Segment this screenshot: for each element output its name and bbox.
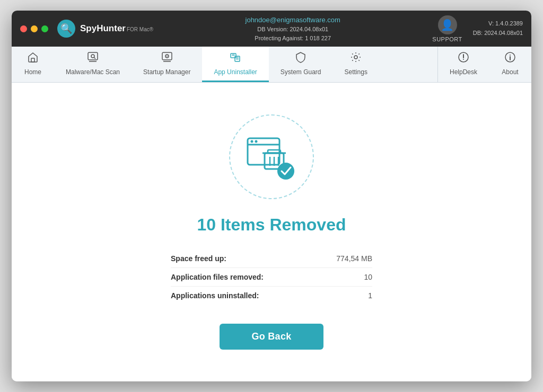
uninstall-success-icon [242,128,301,186]
about-icon [504,51,516,66]
nav-item-malware-scan[interactable]: Malware/Mac Scan [54,47,132,82]
nav-spacer [379,47,437,82]
close-button[interactable] [20,25,27,32]
system-guard-icon [295,51,306,66]
support-icon: 👤 [438,15,457,34]
nav-item-startup-manager[interactable]: Startup Manager [132,47,202,82]
nav-system-guard-label: System Guard [281,68,321,76]
main-content: 10 Items Removed Space freed up: 774,54 … [12,83,531,381]
svg-point-4 [91,55,94,58]
main-window: 🔍 SpyHunter FOR Mac® johndoe@enigmasoftw… [12,11,531,381]
window-controls [20,25,48,32]
helpdesk-icon [458,51,469,66]
space-freed-label: Space freed up: [171,254,226,263]
stats-row-apps: Applications uninstalled: 1 [171,287,372,305]
user-email: johndoe@enigmasoftware.com [246,15,340,25]
settings-icon [350,51,362,66]
titlebar-center: johndoe@enigmasoftware.com DB Version: 2… [153,15,432,43]
svg-rect-3 [88,52,98,60]
result-title: 10 Items Removed [197,215,346,235]
files-removed-label: Application files removed: [171,273,264,281]
svg-rect-2 [31,58,34,62]
navbar: Home Malware/Mac Scan Startup Manager [12,47,531,83]
nav-settings-label: Settings [345,68,367,76]
brand-logo-area: 🔍 SpyHunter FOR Mac® [57,19,153,38]
brand-sub: FOR Mac® [127,26,153,32]
svg-rect-30 [268,150,281,153]
svg-point-20 [463,59,464,60]
svg-point-26 [251,140,253,143]
home-icon [27,51,39,66]
svg-point-34 [277,163,294,180]
svg-text:🔍: 🔍 [60,23,73,34]
nav-item-helpdesk[interactable]: HelpDesk [438,47,489,82]
svg-point-23 [510,55,511,56]
protecting-label: Protecting Against: 1 018 227 [255,34,331,43]
svg-point-17 [354,56,357,59]
spyhunter-logo-icon: 🔍 [57,19,76,38]
nav-item-home[interactable]: Home [12,47,54,82]
version-info: V: 1.4.0.2389 DB: 2024.04.08x01 [473,19,523,38]
files-removed-value: 10 [364,273,372,281]
nav-item-settings[interactable]: Settings [333,47,379,82]
nav-item-about[interactable]: About [489,47,531,82]
db-version: DB: 2024.04.08x01 [473,29,523,38]
minimize-button[interactable] [31,25,38,32]
nav-startup-label: Startup Manager [143,68,190,76]
nav-item-app-uninstaller[interactable]: App Uninstaller [202,47,268,82]
app-uninstaller-icon [230,51,241,66]
nav-about-label: About [502,68,518,76]
go-back-button[interactable]: Go Back [220,324,323,350]
titlebar-right: 👤 SUPPORT V: 1.4.0.2389 DB: 2024.04.08x0… [432,15,523,42]
brand-name: SpyHunter [80,23,126,34]
svg-rect-12 [232,55,234,56]
version-number: V: 1.4.0.2389 [473,19,523,29]
nav-item-system-guard[interactable]: System Guard [269,47,333,82]
titlebar: 🔍 SpyHunter FOR Mac® johndoe@enigmasoftw… [12,11,531,47]
nav-app-uninstaller-label: App Uninstaller [214,68,257,76]
stats-row-space: Space freed up: 774,54 MB [171,250,372,268]
svg-line-5 [94,58,96,59]
stats-row-files: Application files removed: 10 [171,268,372,287]
nav-malware-label: Malware/Mac Scan [66,68,120,76]
maximize-button[interactable] [41,25,48,32]
nav-right: HelpDesk About [437,47,531,82]
svg-point-27 [255,140,258,143]
db-version-label: DB Version: 2024.04.08x01 [257,25,328,34]
nav-home-label: Home [24,68,41,76]
stats-table: Space freed up: 774,54 MB Application fi… [171,250,372,305]
startup-manager-icon [161,51,173,66]
apps-uninstalled-value: 1 [368,291,372,300]
svg-point-9 [167,56,168,57]
support-label: SUPPORT [432,36,462,42]
nav-helpdesk-label: HelpDesk [450,68,477,76]
apps-uninstalled-label: Applications uninstalled: [171,291,259,300]
support-button[interactable]: 👤 SUPPORT [432,15,462,42]
space-freed-value: 774,54 MB [336,254,372,263]
result-icon-wrap [229,114,314,199]
malware-scan-icon [87,51,99,66]
